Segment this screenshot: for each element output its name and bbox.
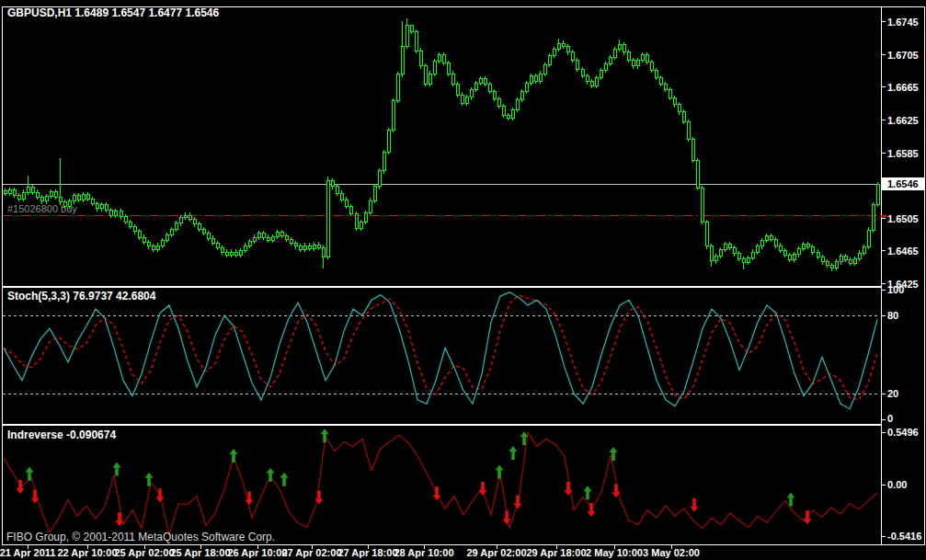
candle [563, 43, 566, 47]
candle [660, 77, 663, 84]
candle [295, 243, 298, 246]
candle [370, 200, 372, 212]
candle [130, 222, 132, 226]
candle [406, 25, 409, 46]
candle [503, 107, 506, 116]
candle [646, 55, 649, 63]
candle [291, 240, 293, 244]
candle [148, 242, 151, 246]
candle [784, 250, 787, 255]
candle [356, 213, 359, 228]
candle [554, 49, 556, 55]
stochastic-panel[interactable] [3, 292, 880, 409]
candle [771, 235, 773, 239]
time-tick-label: 26 Apr 10:00 [227, 547, 287, 558]
candle [23, 192, 26, 199]
candle [194, 220, 197, 224]
candle [521, 92, 524, 100]
candle [794, 255, 796, 259]
candle [868, 230, 871, 247]
candle [46, 197, 49, 201]
candle [457, 85, 460, 96]
candle [656, 70, 658, 77]
candle [489, 85, 492, 92]
time-tick-label: 21 Apr 2011 [0, 547, 55, 558]
candle [60, 197, 63, 201]
candle [235, 252, 238, 256]
candle [480, 78, 483, 83]
indreverse-tick-label: 0.00 [887, 479, 907, 490]
candle [258, 234, 261, 237]
candle [268, 237, 270, 241]
candle [143, 237, 146, 242]
stoch-tick-label: 100 [887, 284, 904, 295]
down-arrow-icon [691, 498, 699, 512]
candle [836, 262, 839, 268]
candle [443, 55, 446, 63]
candle [180, 218, 183, 223]
candle [567, 47, 570, 52]
candle [110, 211, 113, 215]
candle [803, 244, 806, 248]
candle [679, 105, 681, 112]
candle [281, 233, 284, 236]
candle [286, 235, 289, 239]
price-axis[interactable]: 1.67451.67051.66651.66251.65851.65051.64… [881, 17, 924, 543]
candle [101, 205, 104, 209]
candle [226, 252, 229, 256]
price-tick-label: 1.6585 [887, 148, 919, 159]
candle [254, 237, 257, 241]
candle [494, 92, 497, 99]
candle [245, 246, 247, 250]
stoch-tick-label: 80 [887, 310, 898, 321]
candle [665, 85, 668, 90]
candle [674, 98, 677, 105]
candle [863, 247, 866, 253]
candle [309, 246, 312, 249]
up-arrow-icon [230, 449, 238, 463]
candle [249, 242, 252, 246]
down-arrow-icon [503, 510, 511, 524]
candle [845, 257, 848, 260]
price-tick-label: 1.6665 [887, 82, 919, 93]
candle [360, 222, 363, 228]
price-tick-label: 1.6465 [887, 246, 919, 257]
candle [272, 236, 275, 240]
candle [738, 254, 741, 258]
candle [393, 100, 395, 130]
candle [637, 61, 640, 66]
candle [448, 63, 451, 74]
candle [827, 262, 829, 266]
candle [669, 90, 672, 98]
main-chart-panel[interactable] [3, 18, 880, 270]
candle [614, 49, 617, 57]
time-tick-label: 3 May 02:00 [643, 547, 700, 558]
candle [623, 45, 626, 52]
candle [92, 199, 95, 203]
candle [416, 32, 418, 51]
indreverse-panel[interactable] [4, 429, 877, 535]
chart-window: 1.67451.67051.66651.66251.65851.65051.64… [0, 0, 926, 560]
up-arrow-icon [280, 473, 289, 486]
candle [425, 66, 428, 85]
time-axis[interactable]: 21 Apr 201122 Apr 10:0025 Apr 02:0025 Ap… [0, 544, 700, 558]
up-arrow-icon [113, 462, 121, 475]
candle [189, 215, 192, 219]
candle [300, 246, 303, 250]
price-tick-label: 1.6505 [887, 213, 919, 224]
candle [734, 248, 737, 254]
candle [341, 193, 344, 200]
candle [605, 63, 608, 70]
candle [517, 100, 520, 110]
candle [208, 234, 211, 238]
stoch-tick-label: 0 [887, 413, 893, 424]
stoch-signal-line [4, 295, 877, 400]
candle [397, 74, 400, 101]
candle [69, 201, 72, 206]
candle [766, 235, 769, 240]
candle [688, 122, 691, 140]
candle [715, 257, 718, 261]
candle [439, 55, 441, 62]
candle [531, 76, 533, 84]
candle [877, 184, 880, 204]
